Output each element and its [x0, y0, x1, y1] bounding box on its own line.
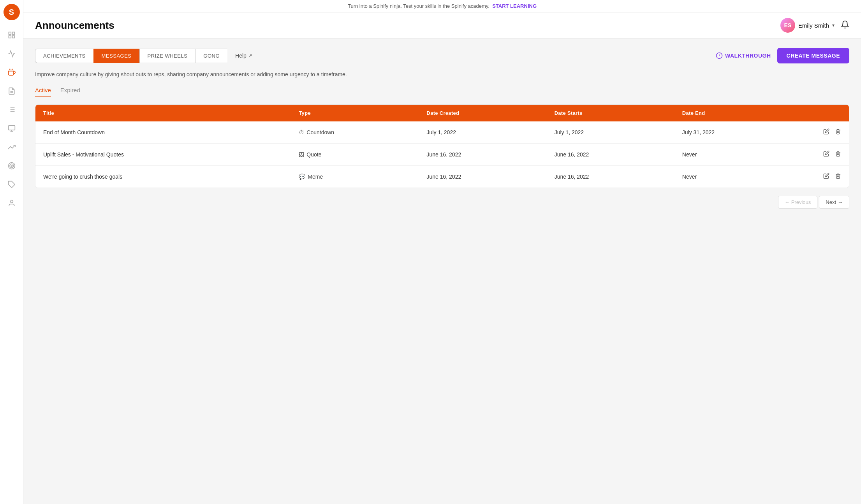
col-date-created: Date Created: [426, 110, 554, 116]
col-type: Type: [299, 110, 426, 116]
user-name: Emily Smith: [798, 22, 829, 29]
row-date-end: Never: [682, 151, 810, 158]
col-date-end: Date End: [682, 110, 810, 116]
svg-point-20: [11, 165, 12, 166]
puzzle-icon[interactable]: [4, 177, 19, 192]
notifications-bell-icon[interactable]: [841, 20, 849, 31]
row-type: ⏱ Countdown: [299, 129, 426, 135]
chevron-down-icon: ▾: [832, 23, 835, 28]
previous-button[interactable]: ← Previous: [778, 196, 818, 209]
row-actions: [810, 128, 841, 136]
pagination: ← Previous Next →: [35, 196, 849, 209]
quote-icon: 🖼: [299, 151, 304, 158]
meme-icon: 💬: [299, 174, 305, 180]
delete-button[interactable]: [835, 151, 841, 158]
edit-button[interactable]: [823, 128, 829, 136]
walkthrough-label: WALKTHROUGH: [725, 53, 771, 59]
page-content: ACHIEVEMENTS MESSAGES PRIZE WHEELS GONG …: [23, 39, 861, 504]
help-label: Help: [235, 53, 247, 59]
table-row: We're going to crush those goals 💬 Meme …: [35, 166, 849, 188]
external-link-icon: ↗: [248, 53, 252, 58]
chevron-left-icon: ←: [785, 199, 790, 205]
row-title: Uplift Sales - Motivational Quotes: [43, 151, 299, 158]
tab-achievements[interactable]: ACHIEVEMENTS: [35, 49, 93, 63]
tabs-bar: ACHIEVEMENTS MESSAGES PRIZE WHEELS GONG …: [35, 48, 849, 63]
row-date-starts: June 16, 2022: [555, 174, 682, 180]
col-title: Title: [43, 110, 299, 116]
next-button[interactable]: Next →: [819, 196, 849, 209]
action-buttons: WALKTHROUGH CREATE MESSAGE: [716, 48, 849, 63]
edit-button[interactable]: [823, 173, 829, 181]
messages-table: Title Type Date Created Date Starts Date…: [35, 104, 849, 188]
target-icon[interactable]: [4, 158, 19, 174]
tab-messages[interactable]: MESSAGES: [93, 49, 139, 63]
svg-rect-2: [9, 36, 11, 38]
row-actions: [810, 173, 841, 181]
sidebar: S: [0, 0, 23, 504]
row-title: End of Month Countdown: [43, 129, 299, 135]
list-icon[interactable]: [4, 102, 19, 118]
edit-button[interactable]: [823, 151, 829, 158]
tab-gong[interactable]: GONG: [195, 49, 227, 63]
row-date-created: July 1, 2022: [426, 129, 554, 135]
delete-button[interactable]: [835, 173, 841, 181]
col-actions: [810, 110, 841, 116]
table-row: End of Month Countdown ⏱ Countdown July …: [35, 121, 849, 144]
svg-rect-3: [12, 36, 14, 38]
create-message-button[interactable]: CREATE MESSAGE: [777, 48, 849, 63]
table-row: Uplift Sales - Motivational Quotes 🖼 Quo…: [35, 144, 849, 166]
page-description: Improve company culture by giving shout …: [35, 71, 849, 77]
svg-rect-1: [12, 32, 14, 35]
main-content: Turn into a Spinify ninja. Test your ski…: [23, 0, 861, 504]
svg-point-18: [8, 163, 15, 169]
report-icon[interactable]: [4, 83, 19, 99]
megaphone-icon[interactable]: [4, 65, 19, 80]
svg-point-22: [10, 200, 13, 203]
table-header: Title Type Date Created Date Starts Date…: [35, 105, 849, 121]
walkthrough-button[interactable]: WALKTHROUGH: [716, 52, 771, 59]
countdown-icon: ⏱: [299, 129, 304, 135]
user-icon[interactable]: [4, 195, 19, 211]
filter-tab-expired[interactable]: Expired: [60, 87, 80, 97]
svg-rect-0: [9, 32, 11, 35]
nav-tabs: ACHIEVEMENTS MESSAGES PRIZE WHEELS GONG …: [35, 49, 252, 63]
banner-text: Turn into a Spinify ninja. Test your ski…: [348, 3, 489, 9]
row-type: 💬 Meme: [299, 174, 426, 180]
row-date-end: July 31, 2022: [682, 129, 810, 135]
chevron-right-icon: →: [838, 199, 843, 205]
avatar: ES: [780, 18, 795, 33]
row-date-end: Never: [682, 174, 810, 180]
page-header: Announcements ES Emily Smith ▾: [23, 12, 861, 39]
row-date-created: June 16, 2022: [426, 151, 554, 158]
row-actions: [810, 151, 841, 158]
row-date-starts: June 16, 2022: [555, 151, 682, 158]
gauge-icon[interactable]: [4, 46, 19, 61]
help-link[interactable]: Help ↗: [235, 53, 252, 59]
dashboard-icon[interactable]: [4, 27, 19, 43]
row-type: 🖼 Quote: [299, 151, 426, 158]
page-title: Announcements: [35, 19, 114, 32]
tab-prize-wheels[interactable]: PRIZE WHEELS: [139, 49, 195, 63]
col-date-starts: Date Starts: [555, 110, 682, 116]
banner-cta[interactable]: START LEARNING: [492, 3, 537, 9]
header-right: ES Emily Smith ▾: [780, 18, 849, 33]
app-logo[interactable]: S: [4, 4, 20, 20]
filter-tab-active[interactable]: Active: [35, 87, 51, 97]
svg-rect-15: [8, 126, 15, 130]
filter-tabs: Active Expired: [35, 87, 849, 97]
delete-button[interactable]: [835, 128, 841, 136]
top-banner: Turn into a Spinify ninja. Test your ski…: [23, 0, 861, 12]
user-menu[interactable]: ES Emily Smith ▾: [780, 18, 835, 33]
row-date-starts: July 1, 2022: [555, 129, 682, 135]
row-date-created: June 16, 2022: [426, 174, 554, 180]
monitor-icon[interactable]: [4, 121, 19, 136]
trending-icon[interactable]: [4, 139, 19, 155]
row-title: We're going to crush those goals: [43, 174, 299, 180]
svg-point-19: [10, 164, 14, 168]
